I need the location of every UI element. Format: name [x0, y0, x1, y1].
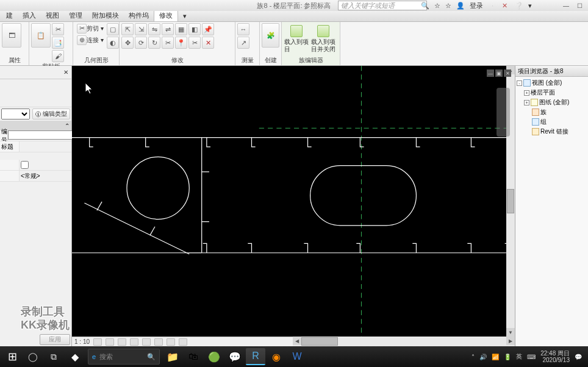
user-icon[interactable]: 👤 — [456, 2, 465, 10]
cut-geometry-button[interactable]: ✂剪切 ▾ — [75, 23, 106, 34]
scroll-right-icon[interactable]: ▶ — [506, 337, 515, 345]
tray-keyboard-icon[interactable]: ⌨ — [527, 354, 536, 360]
tabs-overflow-icon[interactable]: ▾ — [178, 11, 192, 21]
navigation-bar[interactable] — [497, 88, 510, 137]
split-element-icon[interactable]: ✂ — [188, 37, 201, 49]
measure-icon[interactable]: ↗ — [237, 37, 249, 49]
view-minimize-icon[interactable]: — — [487, 69, 494, 77]
hscroll-thumb[interactable] — [301, 337, 338, 346]
app-explorer[interactable]: 📁 — [163, 348, 182, 365]
tree-toggle-icon[interactable]: + — [524, 100, 529, 105]
reveal-hidden-icon[interactable] — [179, 338, 187, 346]
mirror-draw-icon[interactable]: ⇌ — [162, 23, 174, 35]
start-button[interactable]: ⊞ — [2, 348, 22, 365]
tray-volume-icon[interactable]: 🔊 — [479, 354, 487, 360]
array-icon[interactable]: ▦ — [175, 23, 187, 35]
rotate-icon[interactable]: ↻ — [148, 37, 160, 49]
app-word[interactable]: W — [287, 348, 307, 365]
align-icon[interactable]: ⇱ — [121, 23, 134, 35]
minimize-button[interactable]: — — [561, 1, 571, 10]
props-group-header[interactable]: ⌃ — [0, 121, 71, 130]
tree-node[interactable]: 族 — [517, 107, 587, 117]
scale-icon[interactable]: ◧ — [188, 23, 201, 35]
search-icon[interactable]: 🔍 — [421, 2, 429, 10]
properties-close-icon[interactable]: ✕ — [62, 68, 70, 77]
matchtype-icon[interactable]: 🖌 — [52, 50, 64, 62]
notifications-icon[interactable]: 💬 — [575, 354, 582, 360]
visual-style-icon[interactable] — [106, 338, 114, 346]
join-geometry-button[interactable]: ⊕连接 ▾ — [75, 35, 106, 45]
cope-icon[interactable]: ▢ — [107, 23, 119, 35]
cut-icon[interactable]: ✂ — [52, 23, 64, 35]
aligned-dim-icon[interactable]: ↔ — [237, 23, 249, 35]
help-dropdown-icon[interactable]: ▾ — [528, 2, 532, 10]
tray-battery-icon[interactable]: 🔋 — [504, 354, 511, 360]
view-scale[interactable]: 1 : 10 — [74, 338, 90, 345]
crop-view-icon[interactable] — [142, 338, 151, 346]
view-close-icon[interactable]: ✕ — [504, 69, 511, 77]
sun-path-icon[interactable] — [118, 338, 126, 346]
shadows-icon[interactable] — [130, 338, 138, 346]
maximize-button[interactable]: ☐ — [575, 1, 584, 10]
mirror-pick-icon[interactable]: ⇋ — [148, 23, 160, 35]
move-icon[interactable]: ✥ — [121, 37, 134, 49]
favorite-icon[interactable]: ☆ — [445, 2, 451, 10]
taskbar-search[interactable]: e 搜索 🔍 — [88, 349, 160, 365]
tree-node[interactable]: 组 — [517, 117, 587, 127]
cortana-icon[interactable]: ◯ — [23, 348, 43, 365]
view-restore-icon[interactable]: ▣ — [495, 69, 503, 77]
temp-hide-icon[interactable] — [167, 338, 175, 346]
tab-gjw[interactable]: 构件坞 — [124, 10, 154, 21]
clock[interactable]: 22:48 周日 2020/9/13 — [540, 350, 570, 363]
pin-icon[interactable]: 📌 — [202, 23, 214, 35]
offset-icon[interactable]: ⇲ — [135, 23, 147, 35]
scroll-down-icon[interactable]: ▼ — [506, 328, 515, 337]
tab-manage[interactable]: 管理 — [64, 10, 87, 21]
tree-toggle-icon[interactable]: + — [524, 90, 529, 96]
close-secondary-icon[interactable]: ✕ — [502, 2, 507, 10]
app-store[interactable]: 🛍 — [184, 348, 203, 365]
scroll-left-icon[interactable]: ◀ — [293, 337, 301, 345]
type-selector[interactable] — [1, 109, 30, 119]
tab-addins[interactable]: 附加模块 — [87, 10, 124, 21]
signin-icon[interactable]: ☆ — [434, 2, 440, 10]
copy-icon[interactable]: 📑 — [52, 37, 64, 49]
vscroll-thumb[interactable] — [507, 189, 514, 213]
taskview-icon[interactable]: ⧉ — [44, 348, 63, 365]
trim-icon[interactable]: ✂ — [162, 37, 174, 49]
tree-node[interactable]: Revit 链接 — [517, 127, 587, 137]
prop-dropdown[interactable]: <常规> — [20, 171, 71, 181]
app-revit[interactable]: R — [246, 348, 265, 365]
horizontal-scrollbar[interactable]: ◀ ▶ — [293, 337, 515, 346]
tab-view[interactable]: 视图 — [41, 10, 64, 21]
prop-checkbox[interactable] — [21, 161, 29, 169]
paste-button[interactable]: 📋 — [31, 23, 51, 48]
edit-type-button[interactable]: 🛈 编辑类型 — [32, 109, 70, 119]
tab-insert[interactable]: 插入 — [18, 10, 41, 21]
create-button[interactable]: 🧩 — [262, 23, 279, 48]
help-icon[interactable]: ❔ — [515, 2, 523, 10]
keyword-search-input[interactable]: 键入关键字或短语 — [338, 1, 427, 10]
tray-network-icon[interactable]: 📶 — [492, 354, 499, 360]
drawing-canvas[interactable]: — ▣ ✕ — [72, 66, 515, 346]
app-wechat[interactable]: 💬 — [225, 348, 245, 365]
tree-node[interactable]: -视图 (全部) — [517, 78, 587, 88]
split-icon[interactable]: ◐ — [107, 37, 119, 49]
copy-move-icon[interactable]: ⟳ — [135, 37, 147, 49]
crop-region-icon[interactable] — [154, 338, 163, 346]
tree-node[interactable]: +图纸 (全部) — [517, 98, 587, 107]
unpin-icon[interactable]: 📍 — [175, 37, 187, 49]
prop-value-title[interactable] — [20, 141, 71, 152]
tab-modify[interactable]: 修改 — [154, 9, 178, 21]
delete-icon[interactable]: ✕ — [202, 37, 214, 49]
tray-overflow-icon[interactable]: ˄ — [471, 354, 475, 360]
apply-button[interactable]: 应用 — [40, 334, 70, 345]
tray-ime[interactable]: 英 — [516, 352, 522, 361]
tab-create[interactable]: 建 — [1, 10, 18, 21]
properties-button[interactable]: 🗔 — [2, 23, 21, 48]
login-label[interactable]: 登录 — [470, 1, 483, 10]
load-into-project-close-button[interactable]: 载入到项目并关闭 — [310, 23, 336, 55]
detail-level-icon[interactable] — [93, 338, 102, 346]
load-into-project-button[interactable]: 载入到项目 — [284, 23, 309, 55]
browser-tree[interactable]: -视图 (全部)+楼层平面+图纸 (全部)族组Revit 链接 — [515, 77, 588, 138]
